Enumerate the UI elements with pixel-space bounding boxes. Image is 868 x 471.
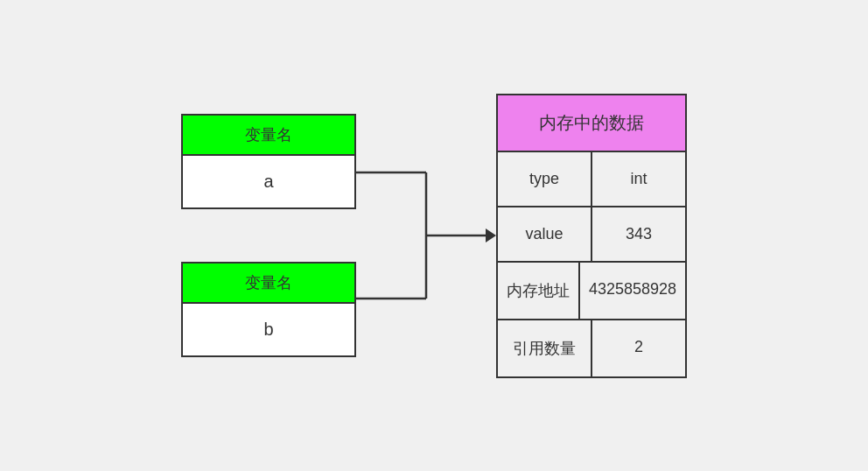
variable-header-label-a: 变量名 — [245, 126, 292, 144]
memory-cell-type-value: int — [592, 152, 685, 206]
memory-header: 内存中的数据 — [498, 95, 685, 152]
memory-row-refcount: 引用数量 2 — [498, 320, 685, 376]
memory-row-value: value 343 — [498, 207, 685, 263]
variable-header-b: 变量名 — [183, 264, 354, 304]
variable-value-b: b — [183, 304, 354, 355]
variables-column: 变量名 a 变量名 b — [181, 114, 356, 357]
memory-cell-refcount-value: 2 — [592, 320, 685, 376]
connector-svg — [356, 113, 496, 358]
memory-table-wrapper: 内存中的数据 type int value 343 内存地址 432585892… — [496, 94, 687, 378]
variable-value-text-b: b — [263, 320, 273, 339]
connector — [356, 113, 496, 358]
memory-header-label: 内存中的数据 — [539, 113, 644, 132]
svg-marker-4 — [486, 228, 496, 243]
memory-cell-value-label: value — [498, 207, 592, 261]
variable-header-a: 变量名 — [183, 116, 354, 156]
memory-cell-address-value: 4325858928 — [580, 263, 685, 319]
memory-cell-address-label: 内存地址 — [498, 263, 580, 319]
variable-box-a: 变量名 a — [181, 114, 356, 209]
memory-cell-type-label: type — [498, 152, 592, 206]
memory-cell-refcount-label: 引用数量 — [498, 320, 592, 376]
diagram: 变量名 a 变量名 b — [181, 94, 687, 378]
variable-header-label-b: 变量名 — [245, 274, 292, 292]
memory-row-type: type int — [498, 152, 685, 207]
memory-cell-value-value: 343 — [592, 207, 685, 261]
variable-box-b: 变量名 b — [181, 262, 356, 357]
variable-value-a: a — [183, 156, 354, 207]
variable-value-text-a: a — [263, 172, 273, 191]
memory-row-address: 内存地址 4325858928 — [498, 263, 685, 320]
